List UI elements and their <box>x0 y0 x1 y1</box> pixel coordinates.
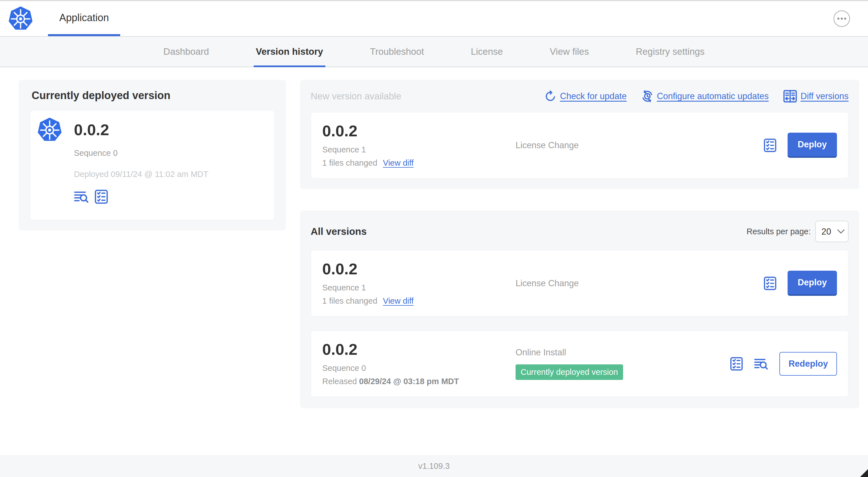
tab-dashboard[interactable]: Dashboard <box>161 37 211 67</box>
view-logs-icon <box>74 190 89 203</box>
refresh-icon <box>545 90 556 102</box>
diff-icon <box>783 90 797 102</box>
new-version-panel: New version available Check for update <box>300 80 859 189</box>
main-content: Currently deployed version <box>0 67 868 455</box>
files-changed-text: 1 files changed <box>322 158 377 168</box>
version-source-label: License Change <box>516 278 579 289</box>
configure-automatic-updates-link[interactable]: Configure automatic updates <box>642 90 769 102</box>
redeploy-button[interactable]: Redeploy <box>779 352 837 376</box>
version-list-row: 0.0.2 Sequence 1 1 files changed View di… <box>311 250 848 317</box>
masthead: Application <box>0 1 868 36</box>
view-diff-link[interactable]: View diff <box>383 158 414 168</box>
check-for-update-link[interactable]: Check for update <box>545 90 627 102</box>
version-number: 0.0.2 <box>322 123 516 140</box>
console-version-label: v1.109.3 <box>418 461 450 471</box>
app-tab-label: Application <box>59 12 109 24</box>
results-per-page-label: Results per page: <box>747 227 811 236</box>
deploy-button[interactable]: Deploy <box>787 133 837 158</box>
kubernetes-logo-icon <box>8 6 33 31</box>
currently-deployed-card: 0.0.2 Sequence 0 Deployed 09/11/24 @ 11:… <box>30 110 275 220</box>
currently-deployed-panel: Currently deployed version <box>19 80 286 230</box>
version-sequence: Sequence 1 <box>322 283 516 292</box>
kubernetes-logo-icon <box>37 117 62 143</box>
results-per-page-select[interactable]: 20 <box>815 221 848 242</box>
version-config-button[interactable] <box>764 277 776 290</box>
all-versions-panel: All versions Results per page: 20 <box>300 211 859 408</box>
deploy-button[interactable]: Deploy <box>787 271 837 296</box>
diff-versions-link[interactable]: Diff versions <box>783 90 848 102</box>
tab-troubleshoot[interactable]: Troubleshoot <box>368 37 426 67</box>
currently-deployed-title: Currently deployed version <box>32 89 275 101</box>
version-config-icon <box>730 357 743 370</box>
version-config-button[interactable] <box>730 357 743 370</box>
view-diff-link[interactable]: View diff <box>383 296 414 306</box>
tab-license[interactable]: License <box>468 37 505 67</box>
tab-version-history[interactable]: Version history <box>254 37 326 67</box>
version-sequence: Sequence 1 <box>322 145 516 154</box>
new-version-row: 0.0.2 Sequence 1 1 files changed View di… <box>311 112 848 178</box>
version-config-icon <box>764 139 776 152</box>
version-number: 0.0.2 <box>322 341 516 358</box>
view-logs-button[interactable] <box>754 358 768 370</box>
currently-deployed-badge: Currently deployed version <box>516 364 623 380</box>
view-logs-button[interactable] <box>74 190 89 203</box>
files-changed-text: 1 files changed <box>322 296 377 306</box>
version-config-button[interactable] <box>95 190 108 204</box>
clock-refresh-icon <box>642 90 653 102</box>
all-versions-title: All versions <box>311 226 367 237</box>
view-logs-icon <box>754 358 768 370</box>
footer: v1.109.3 <box>0 455 868 477</box>
app-tab-application[interactable]: Application <box>48 1 120 36</box>
version-sequence: Sequence 0 <box>322 363 516 373</box>
current-version-sequence: Sequence 0 <box>74 148 209 158</box>
version-number: 0.0.2 <box>322 261 516 277</box>
app-nav-tabbar: Dashboard Version history Troubleshoot L… <box>0 36 868 67</box>
version-released-timestamp: Released 08/29/24 @ 03:18 pm MDT <box>322 377 516 386</box>
version-list-row: 0.0.2 Sequence 0 Released 08/29/24 @ 03:… <box>311 330 848 397</box>
version-config-icon <box>95 190 108 204</box>
version-config-button[interactable] <box>764 139 776 152</box>
current-version-deployed-timestamp: Deployed 09/11/24 @ 11:02 am MDT <box>74 170 209 179</box>
right-column: New version available Check for update <box>300 80 859 408</box>
more-options-button[interactable] <box>834 10 850 27</box>
version-config-icon <box>764 277 776 290</box>
ellipsis-icon <box>837 17 846 20</box>
tab-view-files[interactable]: View files <box>548 37 591 67</box>
mouse-cursor <box>860 469 868 477</box>
version-source-label: Online Install <box>516 348 566 358</box>
new-version-title: New version available <box>311 91 401 101</box>
version-source-label: License Change <box>516 140 579 150</box>
current-version-number: 0.0.2 <box>74 122 209 138</box>
current-version-info: 0.0.2 Sequence 0 Deployed 09/11/24 @ 11:… <box>74 122 209 204</box>
tab-registry-settings[interactable]: Registry settings <box>633 37 707 67</box>
